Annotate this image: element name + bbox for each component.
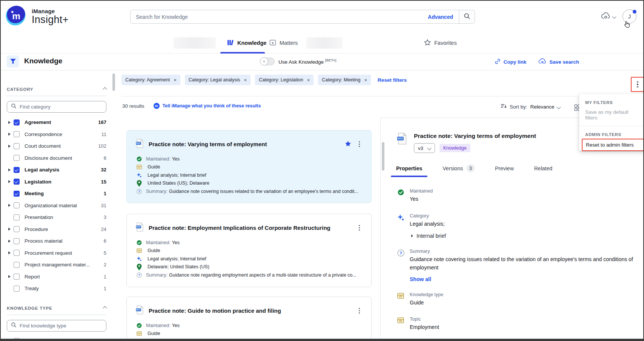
category-row[interactable]: Guide 10	[7, 335, 106, 339]
category-checkbox[interactable]	[14, 262, 20, 268]
copy-link-button[interactable]: Copy link	[495, 58, 526, 66]
category-row[interactable]: Procedure 24	[7, 223, 106, 235]
find-knowledge-type-input[interactable]	[20, 323, 102, 329]
category-checkbox[interactable]	[14, 131, 20, 137]
ask-knowledge-label: Use Ask Knowledge [BETA]	[278, 58, 336, 65]
card-menu-button[interactable]	[357, 140, 362, 149]
category-row[interactable]: Correspondence 11	[7, 128, 106, 141]
category-row[interactable]: Legal analysis 32	[7, 164, 106, 176]
expand-arrow-icon[interactable]	[411, 234, 413, 237]
filters-menu-button[interactable]	[631, 77, 643, 92]
version-select[interactable]: v3	[414, 143, 435, 153]
save-default-filters-item[interactable]: Save as my default filters	[579, 106, 643, 124]
knowledge-type-section-header[interactable]: KNOWLEDGE TYPE	[7, 306, 106, 310]
expand-arrow-icon[interactable]	[8, 240, 11, 243]
tab-knowledge[interactable]: Knowledge	[227, 32, 266, 54]
category-checkbox[interactable]	[14, 167, 20, 173]
category-checkbox[interactable]	[14, 143, 20, 149]
result-card[interactable]: DOC Practice note: Guide to motion pract…	[126, 297, 372, 339]
category-checkbox[interactable]	[14, 226, 20, 232]
redacted-tab	[306, 37, 343, 49]
tab-related[interactable]: Related	[534, 164, 552, 177]
save-search-button[interactable]: Save search	[538, 58, 579, 66]
tab-versions[interactable]: Versions 3	[443, 164, 475, 177]
category-row[interactable]: Project management mater... 2	[7, 259, 106, 271]
filter-funnel-icon[interactable]	[7, 55, 19, 67]
ask-knowledge-toggle[interactable]: ×	[260, 58, 275, 65]
tab-matters[interactable]: Matters	[269, 32, 298, 54]
card-menu-button[interactable]	[357, 306, 362, 315]
category-checkbox[interactable]	[14, 191, 20, 197]
category-row[interactable]: Treaty 1	[7, 283, 106, 295]
expand-arrow-icon[interactable]	[8, 251, 11, 254]
doc-file-icon: DOC	[136, 222, 144, 233]
svg-text:DOC: DOC	[397, 137, 403, 140]
expand-arrow-icon[interactable]	[8, 121, 11, 124]
category-row[interactable]: Meeting 1	[7, 188, 106, 200]
tab-properties[interactable]: Properties	[396, 164, 422, 177]
category-row[interactable]: Organizational material 31	[7, 200, 106, 212]
jurisdiction-pin-icon	[136, 180, 142, 187]
svg-text:DOC: DOC	[136, 142, 141, 144]
filter-chip: Category: Agreement ×	[121, 75, 180, 85]
svg-text:?: ?	[138, 190, 140, 193]
category-row[interactable]: Process material 6	[7, 235, 106, 247]
expand-arrow-icon[interactable]	[8, 228, 11, 231]
find-category-input[interactable]	[20, 104, 102, 110]
sidebar-scrollbar[interactable]	[112, 73, 115, 91]
expand-arrow-icon[interactable]	[8, 180, 11, 183]
category-checkbox[interactable]	[14, 250, 20, 256]
svg-text:DOC: DOC	[136, 226, 141, 228]
tab-preview[interactable]: Preview	[495, 164, 514, 177]
expand-arrow-icon[interactable]	[8, 168, 11, 171]
category-checkbox[interactable]	[14, 286, 20, 292]
category-row[interactable]: Legislation 15	[7, 176, 106, 188]
category-checkbox[interactable]	[14, 179, 20, 185]
category-section-header[interactable]: CATEGORY	[7, 87, 106, 92]
expand-arrow-icon[interactable]	[8, 133, 11, 136]
properties-list: Maintained Yes Category Legal analysis; …	[397, 188, 634, 339]
card-menu-button[interactable]	[357, 223, 362, 232]
expand-arrow-icon[interactable]	[8, 204, 11, 207]
remove-chip-icon[interactable]: ×	[174, 78, 177, 83]
category-checkbox[interactable]	[14, 274, 20, 280]
category-row[interactable]: Disclosure document 6	[7, 152, 106, 164]
category-checkbox[interactable]	[14, 238, 20, 244]
result-card[interactable]: DOC Practice note: Varying terms of empl…	[126, 130, 372, 203]
sort-icon	[501, 104, 507, 110]
category-checkbox[interactable]	[14, 202, 20, 208]
category-checkbox[interactable]	[14, 119, 20, 125]
advanced-search-link[interactable]: Advanced	[422, 10, 459, 23]
remove-chip-icon[interactable]: ×	[307, 78, 310, 83]
category-row[interactable]: Procurement request 5	[7, 247, 106, 259]
category-row[interactable]: Agreement 167	[7, 116, 106, 128]
expand-arrow-icon[interactable]	[8, 145, 11, 148]
imanage-feedback-icon: m	[154, 103, 160, 109]
remove-chip-icon[interactable]: ×	[364, 78, 367, 83]
feedback-link[interactable]: m Tell iManage what you think of these r…	[154, 103, 261, 109]
remove-chip-icon[interactable]: ×	[244, 78, 247, 83]
expand-arrow-icon[interactable]	[8, 275, 11, 278]
search-icon	[464, 13, 470, 21]
cloud-settings-button[interactable]	[601, 12, 616, 21]
app-window: m iManage Insight+ Advanced	[0, 0, 644, 341]
category-checkbox[interactable]	[14, 338, 20, 339]
favorite-star-icon[interactable]	[345, 141, 351, 148]
reset-filters-link[interactable]: Reset filters	[378, 77, 407, 83]
category-row[interactable]: Presentation 3	[7, 211, 106, 223]
category-row[interactable]: Court document 102	[7, 140, 106, 152]
result-card[interactable]: DOC Practice note: Employment Implicatio…	[126, 214, 372, 287]
show-all-link[interactable]: Show all	[410, 276, 634, 282]
category-row[interactable]: Report 1	[7, 271, 106, 283]
reset-admin-filters-item[interactable]: Reset to admin filters	[586, 142, 634, 148]
search-input[interactable]	[131, 10, 422, 23]
category-checkbox[interactable]	[14, 155, 20, 161]
brand-logo[interactable]: m iManage Insight+	[5, 4, 69, 29]
find-knowledge-type-box	[7, 320, 106, 332]
filters-sidebar: CATEGORY Agreement 167 Correspondence 11…	[1, 70, 112, 339]
svg-text:m: m	[12, 11, 20, 21]
tab-favorites[interactable]: Favorites	[424, 32, 457, 54]
sort-control[interactable]: Sort by: Relevance	[501, 104, 560, 110]
category-checkbox[interactable]	[14, 214, 20, 220]
search-button[interactable]	[459, 10, 475, 23]
